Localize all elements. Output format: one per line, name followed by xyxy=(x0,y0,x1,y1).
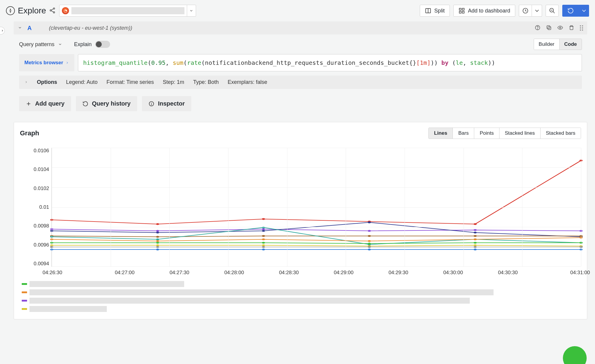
svg-rect-18 xyxy=(548,26,551,29)
run-query-button[interactable] xyxy=(562,5,579,17)
split-label: Split xyxy=(434,8,445,14)
prometheus-icon: ◔ xyxy=(62,7,69,14)
graph-mode-stacked-lines[interactable]: Stacked lines xyxy=(499,128,540,139)
svg-line-14 xyxy=(553,12,555,13)
graph-mode-points[interactable]: Points xyxy=(474,128,499,139)
graph-title: Graph xyxy=(20,129,39,137)
svg-rect-9 xyxy=(462,8,464,10)
time-range-dropdown[interactable] xyxy=(532,5,542,17)
chevron-down-icon[interactable] xyxy=(18,26,22,31)
query-controls-row: Query patterns Explain Builder Code xyxy=(14,34,587,54)
help-fab[interactable] xyxy=(563,346,587,364)
datasource-picker[interactable]: ◔ xyxy=(59,5,196,17)
svg-marker-0 xyxy=(10,9,11,12)
options-step: Step: 1m xyxy=(163,79,184,85)
options-exemplars: Exemplars: false xyxy=(228,79,267,85)
promql-editor[interactable]: histogram_quantile(0.95, sum(rate(notifi… xyxy=(78,54,582,71)
explain-label: Explain xyxy=(74,41,92,48)
legend-item[interactable] xyxy=(22,288,581,296)
trash-icon[interactable] xyxy=(569,25,574,32)
svg-rect-8 xyxy=(459,8,461,10)
graph-mode-bars[interactable]: Bars xyxy=(452,128,474,139)
query-history-button[interactable]: Query history xyxy=(76,96,137,111)
svg-rect-21 xyxy=(570,26,573,29)
mode-builder[interactable]: Builder xyxy=(534,39,559,50)
add-to-dashboard-button[interactable]: Add to dashboard xyxy=(453,5,515,17)
page-title: Explore xyxy=(18,6,46,15)
options-format: Format: Time series xyxy=(107,79,154,85)
metrics-browser-button[interactable]: Metrics browser xyxy=(19,54,74,71)
chevron-right-icon xyxy=(24,79,28,85)
chevron-down-icon[interactable] xyxy=(187,5,196,16)
graph-mode-lines[interactable]: Lines xyxy=(429,128,452,139)
options-label: Options xyxy=(37,79,57,85)
legend-item[interactable] xyxy=(22,305,581,313)
share-icon[interactable] xyxy=(49,7,56,15)
editor-mode-switch: Builder Code xyxy=(534,39,582,50)
svg-line-4 xyxy=(51,9,53,10)
query-ref-label: A xyxy=(27,25,32,32)
graph-panel: Graph Lines Bars Points Stacked lines St… xyxy=(14,122,587,319)
add-query-button[interactable]: Add query xyxy=(19,96,71,111)
add-to-dashboard-label: Add to dashboard xyxy=(468,8,510,14)
query-name: (clevertap-eu - eu-west-1 (system)) xyxy=(49,25,132,31)
query-patterns-dropdown[interactable]: Query patterns xyxy=(19,41,62,48)
graph-mode-stacked-bars[interactable]: Stacked bars xyxy=(540,128,581,139)
svg-rect-11 xyxy=(462,11,464,13)
options-legend: Legend: Auto xyxy=(66,79,98,85)
svg-line-5 xyxy=(51,10,53,12)
legend-item[interactable] xyxy=(22,296,581,305)
svg-rect-10 xyxy=(459,11,461,13)
svg-point-20 xyxy=(560,27,561,28)
svg-rect-19 xyxy=(547,26,550,29)
chart-x-axis: 04:26:3004:27:0004:27:3004:28:0004:28:30… xyxy=(51,267,581,276)
graph-mode-switch: Lines Bars Points Stacked lines Stacked … xyxy=(428,128,581,139)
query-row-header: A (clevertap-eu - eu-west-1 (system)) xyxy=(14,21,587,34)
datasource-name-redacted xyxy=(71,7,184,14)
copy-icon[interactable] xyxy=(546,25,552,32)
run-interval-dropdown[interactable] xyxy=(579,5,589,17)
legend-item[interactable] xyxy=(22,280,581,288)
explain-toggle[interactable] xyxy=(95,41,110,48)
chart-y-axis: 0.01060.01040.01020.010.00980.00960.0094 xyxy=(20,148,51,267)
drag-handle-icon[interactable] xyxy=(580,25,583,31)
options-type: Type: Both xyxy=(193,79,219,85)
inspector-button[interactable]: Inspector xyxy=(142,96,191,111)
help-icon[interactable] xyxy=(535,25,541,32)
query-options-row[interactable]: Options Legend: Auto Format: Time series… xyxy=(19,76,582,89)
eye-icon[interactable] xyxy=(557,25,563,32)
top-toolbar: Explore ◔ Split Add to dashboard xyxy=(0,0,595,21)
split-button[interactable]: Split xyxy=(420,5,450,17)
svg-point-17 xyxy=(537,29,538,29)
mode-code[interactable]: Code xyxy=(559,39,582,50)
zoom-out-button[interactable] xyxy=(546,5,559,17)
svg-point-26 xyxy=(151,104,151,105)
compass-icon xyxy=(6,6,15,15)
chart-legend xyxy=(22,280,581,313)
time-range-button[interactable] xyxy=(519,5,532,17)
chart-plot-area[interactable] xyxy=(51,148,581,267)
